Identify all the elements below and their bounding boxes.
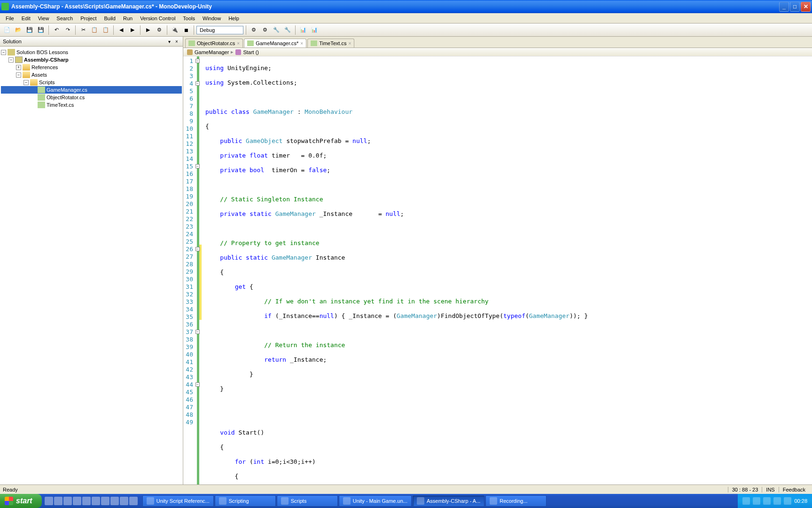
menu-build[interactable]: Build (100, 15, 119, 22)
breadcrumb: GameManager ▸ Start () (183, 48, 812, 56)
folder-icon (23, 71, 30, 78)
tree-toggle-icon[interactable]: − (16, 72, 21, 78)
attach-button[interactable]: 🔌 (170, 25, 180, 35)
menu-view[interactable]: View (34, 15, 53, 22)
tree-label: ObjectRotator.cs (47, 95, 85, 100)
tree-toggle-icon[interactable]: + (16, 65, 21, 70)
save-button[interactable]: 💾 (24, 25, 35, 35)
tray-icon[interactable] (753, 497, 760, 505)
new-file-button[interactable]: 📄 (2, 25, 12, 35)
tree-assets[interactable]: − Assets (1, 71, 182, 79)
redo-button[interactable]: ↷ (62, 25, 73, 35)
save-all-button[interactable]: 💾 (36, 25, 46, 35)
menu-bar: File Edit View Search Project Build Run … (0, 13, 812, 24)
tree-file-objectrotator[interactable]: ObjectRotator.cs (1, 94, 182, 101)
run-button[interactable]: ▶ (143, 25, 153, 35)
breadcrumb-method[interactable]: Start () (243, 49, 259, 55)
window-titlebar: Assembly-CSharp - Assets\Scripts\GameMan… (0, 0, 812, 13)
tree-file-gamemanager[interactable]: GameManager.cs (1, 86, 182, 94)
config-dropdown[interactable]: Debug (196, 26, 243, 34)
menu-search[interactable]: Search (53, 15, 77, 22)
tool-5-button[interactable]: 📊 (298, 25, 308, 35)
quick-launch (42, 497, 141, 505)
solution-tree: − Solution BOS Lessons − Assembly-CSharp… (0, 47, 183, 111)
ql-icon[interactable] (63, 497, 72, 505)
panel-options-button[interactable]: ▾ (166, 38, 172, 45)
tool-2-button[interactable]: ⚙ (260, 25, 270, 35)
start-button[interactable]: start (0, 494, 42, 508)
app-icon (281, 497, 289, 505)
tray-icon[interactable] (763, 497, 771, 505)
ql-icon[interactable] (120, 497, 128, 505)
cs-file-icon (311, 40, 317, 46)
menu-window[interactable]: Window (199, 15, 225, 22)
tree-toggle-icon[interactable]: − (1, 50, 6, 55)
menu-run[interactable]: Run (119, 15, 136, 22)
status-bar: Ready 30 : 88 - 23 INS Feedback (0, 484, 812, 494)
tool-4-button[interactable]: 🔧 (282, 25, 293, 35)
tree-scripts[interactable]: − Scripts (1, 79, 182, 86)
tool-6-button[interactable]: 📊 (309, 25, 320, 35)
ql-icon[interactable] (101, 497, 109, 505)
system-tray: 00:28 (738, 494, 812, 508)
feedback-button[interactable]: Feedback (779, 487, 809, 492)
menu-file[interactable]: File (2, 15, 18, 22)
ql-icon[interactable] (73, 497, 81, 505)
taskbar-task[interactable]: Scripts (277, 495, 338, 507)
ql-icon[interactable] (54, 497, 62, 505)
taskbar-task[interactable]: Unity Script Referenc... (142, 495, 214, 507)
tree-references[interactable]: + References (1, 64, 182, 71)
app-icon (417, 497, 424, 505)
stop-button[interactable]: ⏹ (181, 25, 191, 35)
open-button[interactable]: 📂 (13, 25, 23, 35)
tab-gamemanager[interactable]: GameManager.cs* × (244, 39, 306, 48)
menu-edit[interactable]: Edit (18, 15, 34, 22)
paste-button[interactable]: 📋 (101, 25, 111, 35)
maximize-button[interactable]: □ (790, 2, 800, 12)
tool-3-button[interactable]: 🔧 (271, 25, 281, 35)
tree-solution-root[interactable]: − Solution BOS Lessons (1, 48, 182, 56)
tree-toggle-icon[interactable]: − (23, 80, 29, 85)
tray-icon[interactable] (773, 497, 781, 505)
chevron-right-icon: ▸ (231, 49, 234, 55)
ql-icon[interactable] (129, 497, 138, 505)
taskbar-task[interactable]: Unity - Main Game.un... (339, 495, 412, 507)
tree-toggle-icon[interactable]: − (8, 57, 14, 63)
tree-project[interactable]: − Assembly-CSharp (1, 56, 182, 64)
close-tab-icon[interactable]: × (348, 41, 351, 46)
taskbar-task[interactable]: Recording... (485, 495, 547, 507)
ql-icon[interactable] (110, 497, 119, 505)
taskbar-task[interactable]: Scripting (215, 495, 276, 507)
build-button[interactable]: ⚙ (154, 25, 164, 35)
copy-button[interactable]: 📋 (89, 25, 100, 35)
menu-version-control[interactable]: Version Control (136, 15, 179, 22)
tree-file-timetext[interactable]: TimeText.cs (1, 101, 182, 109)
menu-help[interactable]: Help (225, 15, 243, 22)
ql-icon[interactable] (92, 497, 100, 505)
code-editor[interactable]: 1−23 4−56789 1011121314 15−16171819 2021… (183, 56, 812, 484)
close-tab-icon[interactable]: × (300, 41, 303, 46)
tab-objectrotator[interactable]: ObjectRotator.cs × (185, 39, 243, 48)
tab-timetext[interactable]: TimeText.cs × (307, 39, 354, 48)
undo-button[interactable]: ↶ (51, 25, 62, 35)
close-button[interactable]: ✕ (801, 2, 811, 12)
clock[interactable]: 00:28 (794, 498, 807, 504)
ql-icon[interactable] (82, 497, 91, 505)
breadcrumb-class[interactable]: GameManager (195, 49, 229, 55)
taskbar: start Unity Script Referenc... Scripting… (0, 494, 812, 508)
menu-tools[interactable]: Tools (179, 15, 199, 22)
tree-label: Assets (31, 72, 47, 78)
nav-back-button[interactable]: ◀ (116, 25, 126, 35)
code-content[interactable]: using UnityEngine; using System.Collecti… (202, 56, 636, 484)
cut-button[interactable]: ✂ (78, 25, 88, 35)
close-tab-icon[interactable]: × (237, 41, 240, 46)
taskbar-task[interactable]: Assembly-CSharp - A... (413, 495, 484, 507)
menu-project[interactable]: Project (77, 15, 100, 22)
tool-1-button[interactable]: ⚙ (249, 25, 259, 35)
tray-icon[interactable] (784, 497, 791, 505)
tray-icon[interactable] (742, 497, 750, 505)
nav-fwd-button[interactable]: ▶ (127, 25, 138, 35)
minimize-button[interactable]: _ (779, 2, 789, 12)
panel-close-button[interactable]: × (173, 38, 180, 45)
ql-icon[interactable] (45, 497, 53, 505)
